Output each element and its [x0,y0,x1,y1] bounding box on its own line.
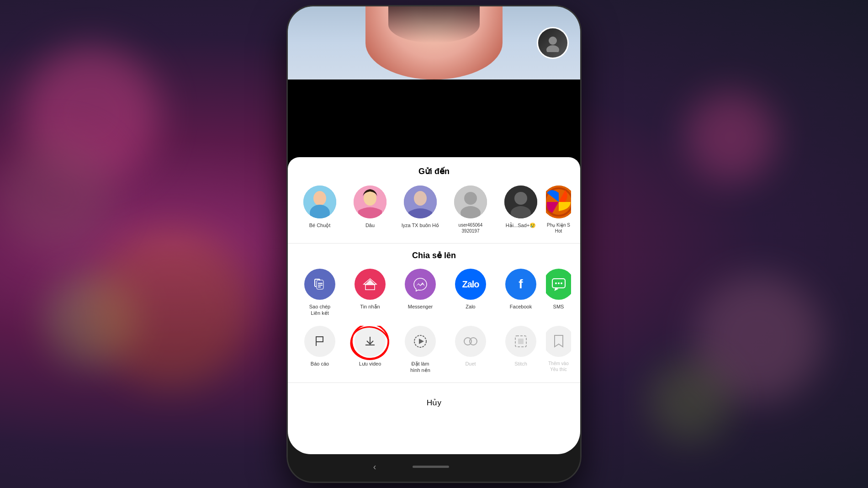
svg-point-22 [558,282,560,284]
contact-name-hai-sad: Hải...Sad+😢 [506,222,536,228]
divider-2 [288,382,580,383]
copy-icon [304,269,335,300]
action-luu-video[interactable]: Lưu video [345,326,395,374]
svg-rect-30 [518,339,524,344]
contact-avatar-lyza [404,186,437,218]
avatar[interactable] [537,27,569,59]
phone-screen: Gửi đến Bé Chuột [288,6,580,454]
contact-name-user465064: user4650643920197 [459,222,483,234]
action-label-bao-cao: Báo cáo [311,361,329,367]
svg-point-9 [414,191,427,206]
contact-name-be-chuot: Bé Chuột [309,222,331,228]
contact-name-phu-kien: Phụ Kiện SHot [547,222,570,234]
contact-name-dau: Dâu [365,222,375,228]
tin-nhan-icon [355,269,386,300]
action-tin-nhan[interactable]: Tin nhắn [345,269,395,317]
action-facebook[interactable]: f Facebook [496,269,546,317]
svg-point-3 [313,191,326,206]
phone-navigation: ‹ [288,454,580,482]
action-label-luu-video: Lưu video [359,361,381,367]
flag-icon [304,326,335,357]
contacts-row: Bé Chuột Dâu [288,186,580,234]
action-dat-lam[interactable]: Đặt làmhình nền [395,326,445,374]
action-label-zalo: Zalo [466,303,475,310]
stitch-icon [505,326,536,357]
svg-point-1 [546,45,559,52]
svg-point-7 [364,191,376,206]
cancel-button[interactable]: Hủy [288,390,580,416]
action-bao-cao[interactable]: Báo cáo [295,326,345,374]
action-stitch[interactable]: Stitch [496,326,546,374]
download-icon [355,326,386,357]
action-sao-chep[interactable]: Sao chépLiên kết [295,269,345,317]
back-button[interactable]: ‹ [373,461,376,472]
contact-phu-kien[interactable]: Phụ Kiện SHot [546,186,571,234]
svg-point-23 [561,282,562,284]
action-sms[interactable]: SMS [546,269,571,317]
video-background [288,6,580,80]
action-label-facebook: Facebook [510,303,532,310]
share-actions-row: Sao chépLiên kết Tin nhắn [288,269,580,317]
contact-avatar-dau [354,186,386,218]
action-label-sao-chep: Sao chépLiên kết [309,303,330,317]
action-label-them-vao: Thêm vàoYêu thíc [548,361,568,372]
action-duet[interactable]: Duet [445,326,496,374]
svg-point-28 [470,338,477,345]
sms-icon [546,269,571,300]
contact-avatar-user465064 [454,186,487,218]
action-label-duet: Duet [465,361,476,367]
svg-point-14 [514,192,527,205]
bookmark-icon [546,326,571,357]
play-dotted-icon [405,326,436,357]
contact-be-chuot[interactable]: Bé Chuột [295,186,345,234]
phone-frame: Gửi đến Bé Chuột [288,6,580,482]
contact-name-lyza: lyza TX buôn Hồ [402,222,439,228]
zalo-icon: Zalo [455,269,486,300]
svg-rect-5 [312,207,327,218]
svg-marker-26 [419,339,424,344]
share-to-title: Chia sẻ lên [288,250,580,260]
contact-avatar-phu-kien [546,186,571,218]
action-label-stitch: Stitch [514,361,527,367]
contact-avatar-hai-sad [504,186,537,218]
action-messenger[interactable]: Messenger [395,269,445,317]
contact-hai-sad[interactable]: Hải...Sad+😢 [496,186,546,234]
action-them-vao[interactable]: Thêm vàoYêu thíc [546,326,571,374]
duet-icon [455,326,486,357]
contact-lyza[interactable]: lyza TX buôn Hồ [395,186,445,234]
contact-dau[interactable]: Dâu [345,186,395,234]
action-label-sms: SMS [553,303,564,310]
action-label-dat-lam: Đặt làmhình nền [410,361,430,374]
action-zalo[interactable]: Zalo Zalo [445,269,496,317]
divider-1 [288,243,580,244]
send-to-title: Gửi đến [288,166,580,176]
home-pill[interactable] [413,466,449,468]
contact-avatar-be-chuot [303,186,336,218]
svg-point-21 [555,282,557,284]
facebook-icon: f [505,269,536,300]
more-actions-row: Báo cáo [288,326,580,374]
svg-point-11 [464,192,477,205]
bottom-sheet: Gửi đến Bé Chuột [288,157,580,454]
action-label-messenger: Messenger [408,303,433,310]
action-label-tin-nhan: Tin nhắn [360,303,380,310]
contact-user465064[interactable]: user4650643920197 [445,186,496,234]
svg-point-0 [549,37,557,45]
messenger-icon [405,269,436,300]
